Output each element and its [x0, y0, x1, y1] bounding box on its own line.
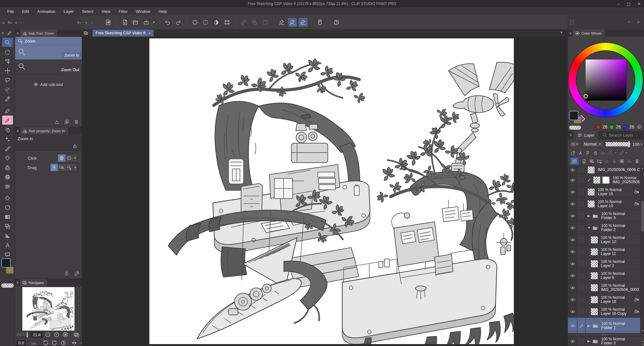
layer-checkbox[interactable] — [579, 309, 583, 314]
navigator-menu-icon[interactable]: ≡ — [15, 279, 20, 286]
layer-select-cell[interactable] — [577, 246, 586, 258]
layer-row[interactable]: IMG_20250506_0006 C — [568, 166, 644, 174]
pen-tool[interactable] — [2, 106, 13, 115]
layer-visibility-cell[interactable] — [568, 282, 577, 293]
color-mixer-icon[interactable]: ▸ — [636, 124, 642, 130]
opacity-slider[interactable] — [605, 142, 631, 147]
reselect-button[interactable] — [201, 18, 210, 27]
transfer-to-lower-layer-button[interactable] — [604, 159, 609, 164]
lock-properties-icon[interactable] — [72, 144, 77, 149]
layer-thumbnail[interactable] — [591, 284, 598, 292]
fit-to-navigator-button[interactable] — [73, 331, 80, 338]
dock-arrow-2[interactable]: › — [91, 20, 92, 25]
foreground-color-swatch[interactable] — [1, 258, 11, 268]
layer-visibility-cell[interactable] — [568, 174, 577, 186]
deselect-button[interactable] — [191, 18, 199, 27]
layer-visibility-cell[interactable] — [568, 210, 577, 222]
ruler-tool[interactable] — [2, 231, 13, 240]
operation-tool[interactable] — [2, 57, 13, 66]
delete-layer-button[interactable] — [635, 159, 640, 164]
layer-checkbox[interactable] — [579, 214, 583, 218]
layer-visibility-cell[interactable] — [568, 222, 577, 234]
duplicate-sub-tool-button[interactable] — [63, 118, 70, 125]
zoom-tool[interactable] — [2, 38, 13, 47]
layer-checkbox[interactable] — [579, 298, 583, 302]
dock-arrow-0[interactable]: ‖« — [77, 20, 81, 25]
layer-thumbnail[interactable] — [591, 248, 598, 256]
folder-collapsed-arrow[interactable]: ▶ — [587, 324, 591, 327]
layer-thumbnail[interactable] — [587, 200, 595, 208]
layer-checkbox[interactable] — [579, 286, 583, 290]
rotation-value[interactable]: 0.0 — [16, 340, 26, 346]
layer-select-cell[interactable] — [577, 222, 586, 234]
tablet-mode-button[interactable] — [315, 18, 324, 27]
zoom-out-button[interactable]: − — [44, 331, 51, 338]
layer-checkbox[interactable] — [579, 202, 583, 206]
layer-thumbnail[interactable] — [591, 272, 598, 280]
layer-select-cell[interactable] — [577, 186, 586, 198]
layer-select-cell[interactable] — [577, 282, 586, 293]
left-dock-arrow-3[interactable]: ‹ — [20, 20, 22, 25]
tool-property-tab[interactable]: Tool property: Zoom In — [20, 127, 68, 134]
menu-item-view[interactable]: View — [97, 8, 114, 15]
ellipse-tool[interactable] — [2, 203, 13, 212]
rotate-ccw-button[interactable] — [42, 339, 49, 346]
sub-tool-detail-button[interactable] — [73, 270, 80, 277]
move-layer-tool[interactable] — [2, 66, 13, 75]
layer-select-cell[interactable] — [577, 258, 586, 269]
layer-thumbnail[interactable] — [587, 166, 595, 174]
layer-checkbox[interactable] — [579, 168, 583, 172]
register-sub-tool-button[interactable] — [53, 118, 60, 125]
layer-checkbox[interactable] — [579, 226, 583, 230]
zoom-in-button[interactable]: + — [53, 331, 60, 338]
left-dock-arrow-0[interactable]: « — [3, 20, 5, 25]
new-raster-layer-button[interactable] — [582, 159, 587, 164]
layer-thumbnail[interactable] — [587, 188, 595, 196]
layer-thumbnail[interactable] — [591, 296, 598, 303]
decoration-tool[interactable] — [2, 134, 13, 144]
document-list-icon[interactable] — [82, 30, 90, 37]
tool-group-row[interactable]: Zoom — [15, 37, 82, 45]
ruler-range-button[interactable]: ▼ — [619, 150, 628, 156]
ruler-range-chevron[interactable]: ▼ — [625, 151, 628, 155]
gradient-tool[interactable] — [2, 212, 13, 221]
save-file-button[interactable] — [142, 18, 151, 27]
close-button[interactable]: ✕ — [637, 2, 641, 6]
layer-row[interactable]: 100 % NormalIMG_20250506_0003 C — [568, 282, 644, 294]
layer-select-cell[interactable] — [577, 270, 586, 281]
clip-studio-logo-button[interactable] — [104, 18, 113, 27]
lock-layer-button[interactable] — [593, 150, 598, 156]
layer-select-cell[interactable] — [577, 234, 586, 246]
snap-off-plane-button[interactable] — [250, 18, 259, 27]
collapse-right-icon[interactable]: » — [637, 19, 640, 24]
create-layer-mask-button[interactable] — [619, 159, 625, 164]
redo-button[interactable] — [174, 18, 183, 27]
opacity-stepper[interactable]: ▲▼ — [641, 143, 642, 146]
document-tab-close-icon[interactable]: × — [148, 31, 151, 36]
layer-select-cell[interactable] — [577, 318, 586, 333]
text-tool[interactable] — [2, 241, 13, 250]
new-layer-folder-button[interactable] — [597, 159, 602, 164]
frame-border-tool[interactable] — [2, 222, 13, 231]
blend-tool[interactable] — [2, 163, 13, 172]
layer-checkbox[interactable] — [579, 178, 583, 182]
drag-cancel-zoom-button[interactable] — [65, 164, 73, 171]
add-sub-tool-button[interactable]: ⊕ Add sub tool — [15, 78, 82, 91]
save-file-chevron[interactable]: ▼ — [153, 21, 155, 24]
color-wheel-menu-icon[interactable]: ≡ — [568, 30, 573, 37]
zoom-reset-button[interactable] — [62, 331, 69, 338]
layer-view-toggle-button[interactable] — [570, 158, 579, 165]
layer-select-cell[interactable] — [577, 166, 586, 174]
sub-tool-item[interactable]: Zoom Out — [15, 60, 82, 74]
layer-row[interactable]: 100 % NormalLayer 16 — [568, 294, 644, 306]
auto-select-tool[interactable] — [2, 85, 13, 94]
navigator-tab[interactable]: Navigator — [20, 279, 47, 286]
menu-item-select[interactable]: Select — [78, 8, 97, 15]
clip-to-layer-below-button[interactable] — [570, 150, 575, 156]
menu-item-layer[interactable]: Layer — [59, 8, 78, 15]
draft-layer-chevron[interactable]: ▼ — [614, 151, 617, 155]
dock-handle-icon[interactable] — [570, 20, 574, 25]
snap-to-ruler-button[interactable] — [277, 18, 286, 27]
layer-checkbox[interactable] — [579, 339, 583, 343]
layer-visibility-cell[interactable] — [568, 294, 577, 305]
